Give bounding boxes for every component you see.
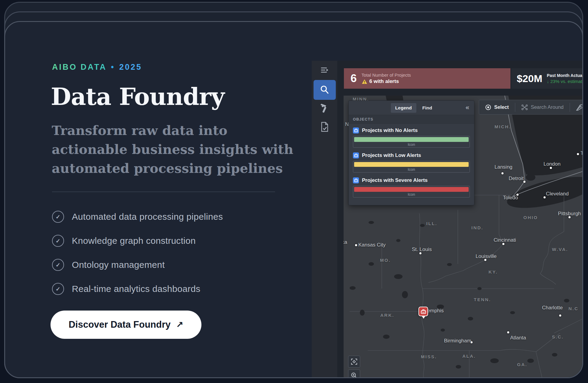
eyebrow-separator: • — [111, 63, 115, 72]
legend-header: Legend Find « — [349, 101, 474, 115]
legend-swatch-caption: Icon — [354, 167, 469, 172]
zoom-to-fit-icon — [351, 358, 357, 365]
city-dot — [577, 153, 579, 155]
legend-item[interactable]: Projects with Severe Alerts Icon — [353, 177, 470, 198]
zoom-in-icon — [351, 372, 357, 377]
check-circle-icon: ✓ — [52, 283, 64, 295]
city-label: Louisville — [476, 253, 497, 259]
legend-swatch-box: Icon — [353, 136, 470, 148]
tab-legend[interactable]: Legend — [391, 103, 416, 113]
city-dot — [419, 252, 421, 254]
legend-item-label: Projects with No Alerts — [362, 127, 418, 133]
state-label: GA. — [517, 362, 527, 367]
briefcase-icon — [353, 127, 359, 133]
legend-item-label: Projects with Severe Alerts — [362, 177, 428, 183]
city-label: Atlanta — [510, 335, 526, 341]
tab-find[interactable]: Find — [422, 105, 432, 111]
legend-section-header: OBJECTS — [349, 115, 474, 124]
legend-swatch-caption: Icon — [354, 142, 469, 147]
city-label: Birmingham — [444, 338, 471, 344]
map-toolbar: Select Search Around — [479, 100, 583, 115]
map-canvas[interactable]: MINN. MICH. OHIO ILL. IND. MO. W.VA. KY.… — [344, 96, 583, 377]
city-dot — [502, 243, 504, 245]
map-marker-pin[interactable] — [418, 307, 428, 316]
page: AIBO DATA•2025 Data Foundry Transform ra… — [0, 0, 588, 383]
legend-swatch-box: Icon — [353, 186, 470, 198]
legend-color-bar — [354, 137, 469, 142]
zoom-to-fit-button[interactable] — [348, 356, 360, 368]
city-dot — [550, 167, 552, 169]
search-button[interactable] — [314, 80, 336, 100]
cost-value: $20M — [517, 73, 542, 84]
select-tool-label: Select — [494, 104, 509, 110]
legend-color-bar — [354, 187, 469, 192]
briefcase-icon — [421, 309, 426, 314]
state-label: OHIO — [523, 215, 538, 220]
search-around-button[interactable]: Search Around — [515, 100, 570, 114]
legend-item-label: Projects with Low Alerts — [362, 152, 421, 158]
city-label: Detroit — [509, 176, 524, 182]
legend-color-bar — [354, 162, 469, 167]
discover-button-label: Discover Data Foundry — [69, 319, 170, 330]
briefcase-icon — [353, 152, 359, 158]
city-dot — [501, 172, 504, 174]
cost-label: Past Month Actual Co — [547, 73, 583, 78]
legend-swatch-caption: Icon — [354, 192, 469, 197]
state-label: TENN. — [474, 297, 491, 302]
check-circle-icon: ✓ — [52, 211, 64, 223]
state-label: MO. — [380, 258, 391, 263]
menu-lines-icon[interactable] — [312, 67, 337, 73]
dashboard-panel: 6 Total Number of Projects 6 with alerts… — [312, 61, 583, 377]
eyebrow-year: 2025 — [119, 63, 142, 72]
discover-button[interactable]: Discover Data Foundry ↗ — [51, 311, 201, 339]
projects-label: Total Number of Projects — [362, 72, 411, 78]
state-label: ILL. — [426, 221, 437, 226]
warning-icon — [362, 79, 367, 84]
state-label: W.VA. — [552, 247, 568, 252]
projects-count: 6 — [351, 72, 357, 85]
feature-list: ✓ Automated data processing pipelines ✓ … — [52, 205, 223, 301]
collapse-panel-icon[interactable]: « — [466, 104, 469, 112]
arrow-up-right-icon: ↗ — [176, 320, 183, 330]
feature-item: ✓ Knowledge graph construction — [52, 229, 223, 253]
alerts-text: 6 with alerts — [369, 78, 399, 84]
legend-item[interactable]: Projects with No Alerts Icon — [353, 127, 470, 148]
state-label: MICH. — [495, 124, 511, 129]
city-label: Pittsburgh — [558, 211, 581, 217]
legend-swatch-box: Icon — [353, 161, 470, 173]
state-label: S.C. — [552, 334, 564, 339]
check-circle-icon: ✓ — [52, 259, 64, 271]
feature-item: ✓ Ontology management — [52, 253, 223, 277]
circle-dot-icon — [485, 104, 491, 110]
cost-stat-card[interactable]: $20M Past Month Actual Co ↓ 23% vs. esti… — [511, 68, 583, 89]
draw-tool-button[interactable] — [570, 100, 583, 114]
tool-rail — [312, 61, 337, 377]
city-dot — [507, 331, 509, 333]
state-label: IND. — [471, 225, 483, 230]
city-label: Kansas City — [358, 242, 386, 248]
legend-item[interactable]: Projects with Low Alerts Icon — [353, 152, 470, 173]
map-marker-tail — [422, 316, 425, 319]
zoom-in-button[interactable] — [348, 369, 360, 377]
hammer-icon[interactable] — [312, 103, 337, 114]
legend-panel: Legend Find « OBJECTS Projects with No A… — [348, 100, 474, 205]
projects-stat-card[interactable]: 6 Total Number of Projects 6 with alerts — [344, 68, 510, 89]
select-tool-button[interactable]: Select — [479, 100, 515, 114]
check-circle-icon: ✓ — [52, 235, 64, 247]
stat-bar: 6 Total Number of Projects 6 with alerts… — [344, 68, 583, 89]
eyebrow: AIBO DATA•2025 — [52, 63, 142, 72]
state-label: MISS. — [421, 354, 437, 359]
city-label: Lansing — [495, 164, 513, 170]
main-card: AIBO DATA•2025 Data Foundry Transform ra… — [4, 21, 583, 378]
city-label: St. Louis — [412, 247, 432, 253]
city-label: Cincinnati — [494, 237, 516, 243]
feature-label: Ontology management — [72, 260, 165, 270]
page-title: Data Foundry — [51, 83, 224, 110]
legend-items: Projects with No Alerts Icon Projects wi… — [349, 124, 474, 205]
document-check-icon[interactable] — [312, 122, 337, 132]
feature-label: Real-time analytics dashboards — [72, 284, 201, 294]
clipped-label: T — [580, 150, 583, 156]
clipped-label: N.C — [568, 306, 578, 311]
divider — [52, 192, 275, 192]
state-label: ARK. — [380, 313, 394, 318]
